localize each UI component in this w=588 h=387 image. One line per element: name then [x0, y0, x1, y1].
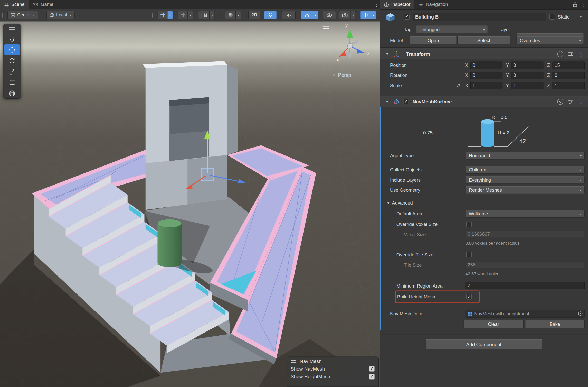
scale-link-icon[interactable]: [456, 83, 461, 88]
scene-visibility-toggle[interactable]: [323, 11, 336, 19]
include-layers-dropdown[interactable]: Everything▼: [466, 176, 585, 184]
min-region-area-label: Minimum Region Area: [396, 283, 443, 289]
shading-mode-menu[interactable]: ▼: [235, 11, 241, 19]
scene-lighting-toggle[interactable]: [264, 11, 277, 19]
rotation-z-field[interactable]: 0: [552, 72, 585, 79]
axis-z-label: z: [367, 51, 369, 56]
position-x-field[interactable]: 0: [470, 62, 503, 69]
static-label: Static: [558, 14, 570, 20]
foldout-icon[interactable]: ▼: [385, 100, 389, 104]
help-icon[interactable]: ?: [557, 99, 563, 105]
shading-mode-button[interactable]: [225, 11, 235, 19]
diagram-step-label: 0.75: [423, 130, 433, 135]
navmeshsurface-enabled-checkbox[interactable]: ✓: [403, 99, 409, 104]
toolbar-drag-handle[interactable]: [2, 13, 6, 18]
scene-camera-button[interactable]: [339, 11, 350, 19]
grid-snap-button[interactable]: [178, 11, 187, 19]
diagram-slope-label: 45°: [519, 138, 527, 144]
use-geometry-dropdown[interactable]: Render Meshes▼: [466, 186, 585, 194]
overrides-dropdown[interactable]: Overrides▼: [516, 36, 584, 44]
toolbar-drag-handle-2[interactable]: [152, 13, 156, 18]
position-z-field[interactable]: 15: [552, 62, 585, 69]
scene-camera-menu[interactable]: ▼: [350, 11, 356, 19]
scene-tab-menu-icon[interactable]: ⋮: [373, 0, 380, 9]
snap-increment-icon: [201, 13, 207, 17]
min-region-area-field[interactable]: 2: [466, 282, 585, 289]
gameobject-name-field[interactable]: Building B: [413, 13, 546, 21]
scene-effects-toggle[interactable]: [301, 11, 313, 19]
orientation-dropdown[interactable]: Local ▼: [46, 11, 74, 19]
bake-button[interactable]: Bake: [525, 320, 585, 328]
add-component-button[interactable]: Add Component: [425, 339, 542, 349]
axis-x-label: x: [337, 57, 339, 62]
palette-grip-icon[interactable]: [3, 24, 21, 33]
static-checkbox[interactable]: [549, 14, 555, 20]
panel-menu-icon[interactable]: [291, 360, 296, 363]
nav-mesh-data-field[interactable]: NavMesh-with_heightmesh: [466, 310, 585, 318]
gameobject-enabled-checkbox[interactable]: ✓: [404, 14, 410, 20]
navmesh-asset-icon: [468, 311, 472, 316]
tag-dropdown[interactable]: Untagged▼: [416, 25, 488, 33]
snap-increment-menu[interactable]: ▼: [209, 11, 215, 19]
grid-visibility-button[interactable]: [157, 11, 167, 19]
model-select-button[interactable]: Select: [457, 36, 510, 44]
show-navmesh-checkbox[interactable]: ✓: [369, 366, 375, 372]
scene-audio-toggle[interactable]: [282, 11, 296, 19]
tool-rect[interactable]: [4, 77, 20, 88]
advanced-foldout[interactable]: ▼ Advanced: [380, 199, 588, 207]
show-heightmesh-checkbox[interactable]: ✓: [369, 374, 375, 380]
static-menu-icon[interactable]: ▼: [580, 16, 582, 18]
rotation-x-field[interactable]: 0: [470, 72, 503, 79]
tool-scale[interactable]: [4, 66, 20, 77]
tool-transform[interactable]: [4, 88, 20, 99]
rotation-y-field[interactable]: 0: [511, 72, 544, 79]
help-icon[interactable]: ?: [557, 51, 563, 57]
tab-navigation[interactable]: Navigation: [415, 0, 452, 9]
scale-y-field[interactable]: 1: [511, 82, 544, 89]
voxel-size-label: Voxel Size: [404, 232, 426, 237]
presets-icon[interactable]: [568, 52, 573, 56]
presets-icon[interactable]: [568, 99, 573, 104]
tool-rotate[interactable]: [4, 55, 20, 66]
transform-header[interactable]: ▼ Transform ? ⋮: [380, 48, 588, 59]
projection-label[interactable]: Persp: [338, 72, 351, 78]
tab-inspector[interactable]: Inspector: [380, 0, 415, 9]
tool-move[interactable]: [4, 44, 20, 55]
gizmos-menu[interactable]: ▼: [371, 11, 376, 19]
tab-scene[interactable]: Scene: [0, 0, 29, 9]
override-voxel-size-checkbox[interactable]: [466, 222, 472, 227]
2d-toggle-button[interactable]: 2D: [248, 11, 260, 19]
inspector-menu-icon[interactable]: ⋮: [580, 0, 586, 9]
tool-hand[interactable]: [4, 33, 20, 44]
component-menu-icon[interactable]: ⋮: [577, 51, 584, 56]
snap-increment-button[interactable]: [198, 11, 209, 19]
clear-button[interactable]: Clear: [463, 320, 524, 328]
axis-z: Z: [547, 63, 550, 68]
default-area-dropdown[interactable]: Walkable▼: [466, 210, 585, 218]
tab-game[interactable]: Game: [29, 0, 58, 9]
grid-snap-menu[interactable]: ▼: [187, 11, 193, 19]
collect-objects-dropdown[interactable]: Children▼: [466, 166, 585, 174]
scale-x-field[interactable]: 1: [470, 82, 503, 89]
gizmos-toggle-button[interactable]: [360, 11, 371, 19]
object-picker-icon[interactable]: [577, 311, 583, 316]
pivot-mode-dropdown[interactable]: Center ▼: [7, 11, 38, 19]
prefab-cube-icon[interactable]: [385, 12, 396, 23]
model-open-button[interactable]: Open: [410, 36, 457, 44]
navmeshsurface-header[interactable]: ▼ ✓ NavMeshSurface ? ⋮: [380, 96, 588, 107]
agent-type-dropdown[interactable]: Humanoid▼: [466, 152, 585, 160]
lock-icon[interactable]: [573, 2, 577, 7]
override-tile-size-checkbox[interactable]: [466, 252, 472, 257]
scene-viewport[interactable]: x y z < Persp: [0, 21, 380, 387]
show-heightmesh-label: Show HeightMesh: [291, 374, 330, 380]
voxel-size-field: 0.1666667: [466, 231, 585, 238]
position-y-field[interactable]: 0: [511, 62, 544, 69]
scale-z-field[interactable]: 1: [552, 82, 585, 89]
override-tile-size-label: Override Tile Size: [396, 252, 433, 257]
chevron-down-icon: ▼: [69, 14, 71, 16]
grid-visibility-menu[interactable]: ▼: [167, 11, 173, 19]
show-navmesh-label: Show NavMesh: [291, 366, 325, 372]
scene-effects-menu[interactable]: ▼: [313, 11, 318, 19]
foldout-icon[interactable]: ▼: [385, 52, 389, 56]
component-menu-icon[interactable]: ⋮: [577, 99, 584, 104]
